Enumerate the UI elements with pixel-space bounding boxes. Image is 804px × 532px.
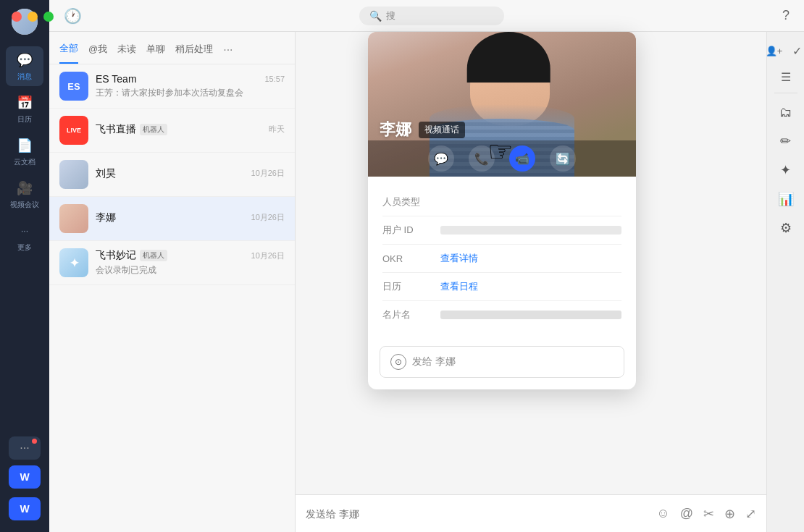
info-label: 用户 ID [382,224,440,237]
video-call-action[interactable]: 📹 [509,145,535,172]
emoji-button[interactable]: ☺ [656,506,669,521]
profile-name-area: 李娜 视频通话 [380,119,465,140]
send-message-bar[interactable]: ⊙ 发给 李娜 [380,346,624,378]
meeting-label: 视频会议 [10,200,39,210]
profile-cover: 李娜 视频通话 💬 📞 📹 🔄 [368,32,636,177]
sidebar-item-meeting[interactable]: 🎥 视频会议 [6,174,43,214]
send-bar: ☺ @ ✂ ⊕ ⤢ [296,494,766,532]
chat-action-icon: 💬 [434,152,448,166]
list-item[interactable]: LIVE 飞书直播 机器人 昨天 [49,109,295,153]
robot-tag: 机器人 [140,250,167,261]
report-button[interactable]: 📊 [773,186,799,212]
info-row-userid: 用户 ID [382,216,621,245]
info-value-blurred2 [440,311,621,319]
docs-icon: 📄 [15,136,34,155]
sidebar-item-calendar[interactable]: 📅 日历 [6,89,43,129]
history-icon[interactable]: 🕐 [64,7,82,25]
settings-button[interactable]: ⚙ [773,215,799,241]
at-button[interactable]: @ [680,506,693,521]
avatar: ✦ [59,248,88,277]
send-input[interactable] [306,508,649,520]
message-preview: 王芳：请大家按时参加本次活动复盘会 [96,87,285,99]
calendar-link[interactable]: 查看日程 [440,280,621,293]
list-item[interactable]: ✦ 飞书妙记 机器人 10月26日 会议录制已完成 [49,241,295,285]
message-time: 10月26日 [251,250,285,261]
list-item[interactable]: 李娜 10月26日 [49,197,295,241]
voice-call-action[interactable]: 📞 [469,145,495,172]
tab-all[interactable]: 全部 [59,42,78,64]
panel-divider [774,93,797,93]
info-label: 人员类型 [382,195,440,208]
send-msg-placeholder: 发给 李娜 [412,355,456,368]
more-label: 更多 [17,242,32,253]
docs-label: 云文档 [14,157,35,167]
message-content: 飞书直播 机器人 昨天 [96,123,285,138]
list-item[interactable]: 刘昊 10月26日 [49,153,295,197]
minimize-button[interactable] [28,12,38,22]
message-preview: 会议录制已完成 [96,264,285,276]
pin-button[interactable]: ✦ [773,157,799,183]
tab-unread[interactable]: 未读 [117,43,136,63]
info-row-okr: OKR 查看详情 [382,245,621,273]
info-row-name: 名片名 [382,301,621,329]
message-list: ES ES Team 15:57 王芳：请大家按时参加本次活动复盘会 LIVE … [49,64,295,532]
profile-info: 人员类型 用户 ID OKR 查看详情 日历 查看日程 名片名 [368,177,636,340]
meeting-icon: 🎥 [15,179,34,198]
profile-popup: 李娜 视频通话 💬 📞 📹 🔄 [368,32,636,389]
scissors-button[interactable]: ✂ [703,506,714,522]
transfer-action[interactable]: 🔄 [550,145,576,172]
calendar-label: 日历 [17,114,32,124]
message-content: 李娜 10月26日 [96,211,285,227]
workspace-label-1: W [20,471,29,483]
add-member-button[interactable]: 👤+ [764,41,784,61]
notification-button[interactable]: ··· [9,436,41,460]
list-item[interactable]: ES ES Team 15:57 王芳：请大家按时参加本次活动复盘会 [49,64,295,109]
message-time: 10月26日 [251,168,285,179]
sidebar-item-messages[interactable]: 💬 消息 [6,46,43,86]
more-icon: ··· [15,221,34,240]
tab-more[interactable]: ··· [223,43,233,62]
okr-link[interactable]: 查看详情 [440,252,621,265]
contact-name: ES Team [96,73,137,85]
workspace-button-2[interactable]: W [9,497,41,520]
close-button[interactable] [12,12,22,22]
tab-later[interactable]: 稍后处理 [175,43,213,63]
send-message-action[interactable]: 💬 [428,145,454,172]
menu-list-button[interactable]: ☰ [776,67,796,87]
sidebar-item-more[interactable]: ··· 更多 [6,217,43,257]
video-action-icon: 📹 [515,152,529,166]
expand-button[interactable]: ⤢ [745,506,756,522]
topbar: 🕐 🔍 搜 ? [49,0,804,32]
traffic-lights [12,12,54,22]
search-icon: 🔍 [369,10,382,22]
contact-name: 飞书妙记 机器人 [96,249,167,262]
name-row: 李娜 10月26日 [96,211,285,224]
right-panel-top-actions: 👤+ ✓ [764,41,805,61]
search-placeholder: 搜 [386,9,395,22]
workspace-button-1[interactable]: W [9,465,41,489]
avatar: ES [59,72,88,101]
edit-button[interactable]: ✏ [773,128,799,154]
add-button[interactable]: ⊕ [724,506,735,522]
help-icon[interactable]: ? [782,8,790,23]
sidebar-item-docs[interactable]: 📄 云文档 [6,132,43,172]
robot-tag: 机器人 [140,124,167,135]
search-bar[interactable]: 🔍 搜 [359,7,504,25]
contact-name: 飞书直播 机器人 [96,123,167,136]
tab-single[interactable]: 单聊 [146,43,165,63]
name-row: 飞书直播 机器人 昨天 [96,123,285,136]
call-action-icon: 📞 [474,152,489,166]
avatar [59,160,88,189]
folder-button[interactable]: 🗂 [773,99,799,125]
send-toolbar: ☺ @ ✂ ⊕ ⤢ [656,506,756,522]
fullscreen-button[interactable] [43,12,54,22]
workspace-label-2: W [20,503,29,515]
info-label: OKR [382,253,440,264]
messages-label: 消息 [17,72,32,82]
transfer-action-icon: 🔄 [556,152,570,166]
check-button[interactable]: ✓ [787,41,805,61]
tab-at-me[interactable]: @我 [88,43,107,63]
chat-area: 李娜 视频通话 💬 📞 📹 🔄 [296,32,766,532]
message-time: 昨天 [269,124,285,135]
info-row-calendar: 日历 查看日程 [382,273,621,301]
